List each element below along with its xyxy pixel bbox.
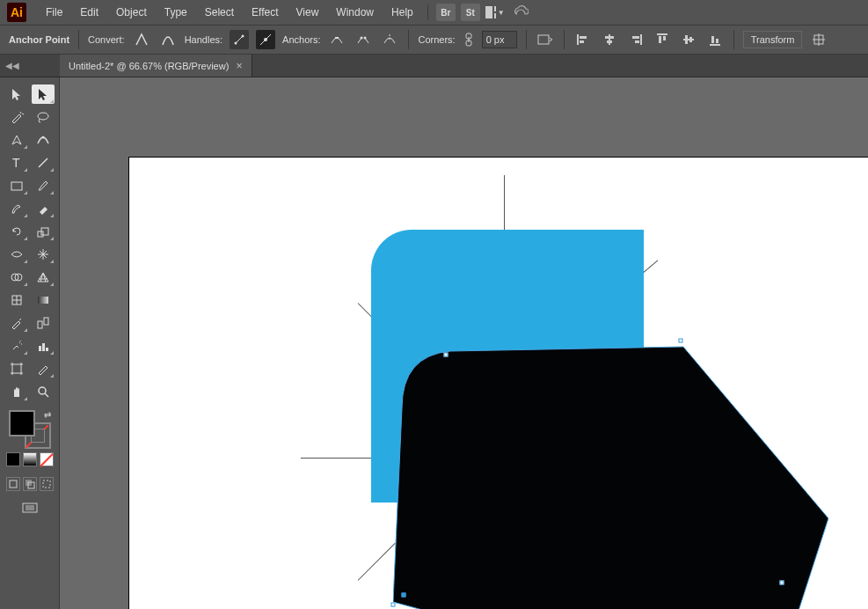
slice-tool[interactable] [32,359,55,378]
arrange-documents-button[interactable]: ▼ [485,4,505,21]
free-transform-tool[interactable] [32,245,55,264]
close-tab-button[interactable]: × [236,59,243,72]
handles-single-icon [259,33,273,47]
show-handles-button[interactable] [230,30,249,49]
svg-rect-63 [26,505,34,510]
fill-stroke-swatches[interactable]: ⇄ [9,410,51,449]
align-right-button[interactable] [626,30,646,49]
shaper-icon [10,202,24,216]
menu-select[interactable]: Select [196,3,243,22]
symbol-sprayer-tool[interactable] [5,336,28,356]
align-hcenter-button[interactable] [600,30,619,49]
selection-tool[interactable] [5,84,28,104]
artboard-tool[interactable] [5,359,28,378]
artboard[interactable] [128,157,868,609]
rotate-tool[interactable] [5,222,28,241]
remove-anchor-button[interactable] [327,30,346,49]
control-bar: Anchor Point Convert: Handles: Anchors: … [0,25,868,55]
draw-inside-button[interactable] [40,477,54,491]
direct-selection-tool[interactable] [32,84,55,104]
hide-handles-button[interactable] [256,30,275,49]
align-bottom-button[interactable] [705,30,725,49]
svg-rect-24 [635,40,639,43]
svg-rect-2 [494,13,496,18]
svg-rect-20 [605,36,614,39]
corner-radius-field[interactable]: 0 px [482,31,517,48]
stock-button[interactable]: St [461,4,480,21]
lasso-tool[interactable] [32,107,55,127]
eyedropper-tool[interactable] [5,313,28,333]
width-tool[interactable] [5,245,28,264]
align-top-button[interactable] [653,30,672,49]
sync-settings-button[interactable] [513,4,529,22]
eraser-tool[interactable] [32,199,55,218]
menu-effect[interactable]: Effect [243,3,287,22]
convert-corner-button[interactable] [132,30,151,49]
transform-button[interactable]: Transform [743,31,803,48]
screen-mode-button[interactable] [18,500,41,516]
color-mode-button[interactable] [6,452,20,466]
cut-path-button[interactable] [380,30,399,49]
fill-swatch[interactable] [9,410,35,437]
rectangle-tool[interactable] [5,176,28,195]
align-left-button[interactable] [573,30,593,49]
type-tool[interactable]: T [5,153,28,172]
separator [526,30,527,49]
menu-window[interactable]: Window [327,3,383,22]
svg-rect-27 [663,36,666,40]
menu-view[interactable]: View [288,3,328,22]
convert-smooth-button[interactable] [158,30,178,49]
scale-tool[interactable] [32,222,55,241]
swap-fill-stroke-button[interactable]: ⇄ [44,410,51,420]
pen-tool[interactable] [5,130,28,150]
blend-tool[interactable] [32,313,55,333]
column-graph-tool[interactable] [32,336,55,356]
anchor-point[interactable] [679,339,683,343]
gradient-mode-button[interactable] [23,452,37,466]
align-vcenter-icon [682,33,696,47]
svg-rect-23 [632,36,639,39]
corner-link-button[interactable] [463,31,475,48]
curvature-tool[interactable] [32,130,55,150]
zoom-tool[interactable] [32,382,55,401]
canvas-area[interactable] [60,77,868,609]
menu-bar: Ai File Edit Object Type Select Effect V… [0,0,868,25]
menu-file[interactable]: File [37,3,71,22]
menu-type[interactable]: Type [156,3,196,22]
separator [733,30,734,49]
svg-rect-49 [38,297,48,304]
black-polygon-shape[interactable] [393,259,833,609]
paintbrush-tool[interactable] [32,176,55,195]
anchor-point[interactable] [402,593,406,598]
menu-help[interactable]: Help [383,3,422,22]
isolate-button[interactable] [536,30,555,49]
isolate-icon [537,33,553,47]
link-icon [464,33,473,47]
menu-object[interactable]: Object [107,3,156,22]
svg-rect-30 [689,37,692,42]
anchor-point[interactable] [391,603,396,607]
magic-wand-tool[interactable] [5,107,28,127]
menu-edit[interactable]: Edit [71,3,107,22]
connect-endpoints-button[interactable] [354,30,373,49]
transform-panel-button[interactable] [809,30,828,49]
draw-normal-button[interactable] [6,477,20,491]
anchor-point[interactable] [444,353,449,357]
draw-behind-button[interactable] [23,477,37,491]
none-mode-button[interactable] [40,452,54,466]
perspective-grid-tool[interactable] [32,268,55,287]
mesh-tool[interactable] [5,290,28,310]
gradient-tool[interactable] [32,290,55,310]
line-segment-tool[interactable] [32,153,55,172]
document-tab[interactable]: Untitled-2* @ 66.67% (RGB/Preview) × [60,55,252,77]
expand-panels-button[interactable]: ◀◀ [0,55,60,77]
shape-builder-tool[interactable] [5,268,28,287]
bridge-button[interactable]: Br [436,4,456,21]
symbol-sprayer-icon [10,339,24,353]
svg-rect-29 [685,35,688,44]
align-vcenter-button[interactable] [679,30,698,49]
hand-tool[interactable] [5,382,28,401]
shaper-tool[interactable] [5,199,28,218]
zoom-icon [36,385,50,399]
anchor-point[interactable] [780,581,784,585]
